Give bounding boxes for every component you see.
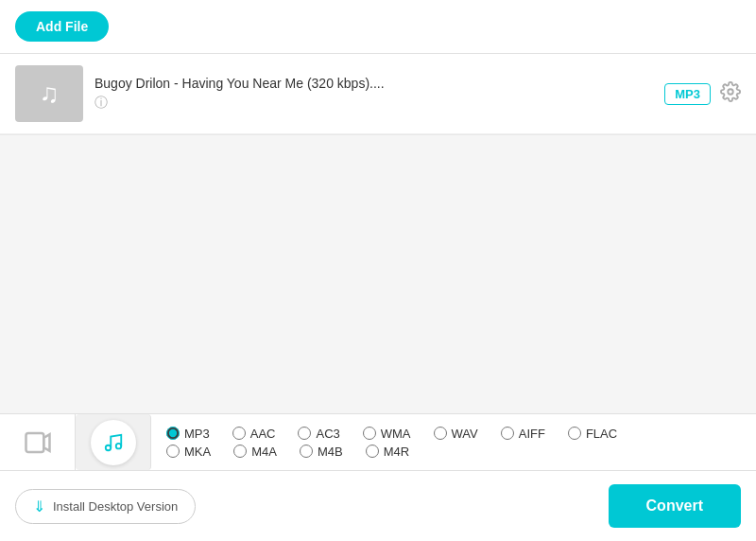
- format-option-m4r[interactable]: M4R: [366, 445, 409, 459]
- install-desktop-button[interactable]: ⇓ Install Desktop Version: [15, 489, 196, 524]
- radio-m4b[interactable]: [300, 445, 313, 458]
- svg-rect-1: [26, 433, 43, 452]
- format-label-aiff: AIFF: [519, 427, 545, 441]
- format-label-aac: AAC: [250, 427, 276, 441]
- radio-wma[interactable]: [363, 427, 376, 440]
- format-option-wav[interactable]: WAV: [434, 427, 478, 441]
- video-icon: [24, 428, 52, 457]
- radio-aiff[interactable]: [501, 427, 514, 440]
- format-label-wav: WAV: [452, 427, 478, 441]
- format-label-ac3: AC3: [316, 427, 339, 441]
- radio-wav[interactable]: [434, 427, 447, 440]
- format-option-aiff[interactable]: AIFF: [501, 427, 545, 441]
- file-name: Bugoy Drilon - Having You Near Me (320 k…: [94, 76, 653, 91]
- radio-ac3[interactable]: [298, 427, 311, 440]
- format-option-mp3[interactable]: MP3: [166, 427, 210, 441]
- settings-icon[interactable]: [720, 81, 741, 107]
- radio-mp3[interactable]: [166, 427, 180, 440]
- format-label-m4a: M4A: [251, 445, 277, 459]
- format-option-ac3[interactable]: AC3: [298, 427, 339, 441]
- svg-point-3: [115, 443, 121, 448]
- radio-mka[interactable]: [166, 445, 180, 458]
- format-options: MP3 AAC AC3 WMA WAV: [151, 414, 756, 470]
- format-label-wma: WMA: [381, 427, 411, 441]
- top-bar: Add File: [0, 0, 756, 54]
- file-info: Bugoy Drilon - Having You Near Me (320 k…: [83, 76, 664, 112]
- file-thumbnail: ♫: [15, 65, 83, 122]
- tab-audio-inner: [91, 420, 136, 465]
- format-option-m4a[interactable]: M4A: [233, 445, 277, 459]
- format-tabs: MP3 AAC AC3 WMA WAV: [0, 414, 756, 471]
- svg-point-0: [728, 89, 733, 95]
- format-label-mka: MKA: [184, 445, 211, 459]
- convert-button[interactable]: Convert: [609, 484, 741, 528]
- format-option-wma[interactable]: WMA: [363, 427, 411, 441]
- file-list: ♫ Bugoy Drilon - Having You Near Me (320…: [0, 54, 756, 135]
- format-badge[interactable]: MP3: [664, 83, 711, 105]
- tab-audio[interactable]: [76, 414, 151, 470]
- format-label-flac: FLAC: [586, 427, 617, 441]
- radio-m4a[interactable]: [233, 445, 247, 458]
- format-option-flac[interactable]: FLAC: [568, 427, 617, 441]
- file-item: ♫ Bugoy Drilon - Having You Near Me (320…: [0, 54, 756, 134]
- format-label-m4b: M4B: [318, 445, 343, 459]
- radio-aac[interactable]: [232, 427, 246, 440]
- file-actions: MP3: [664, 81, 741, 107]
- music-note-icon: ♫: [40, 79, 60, 109]
- format-option-mka[interactable]: MKA: [166, 445, 211, 459]
- audio-icon: [103, 432, 124, 453]
- radio-m4r[interactable]: [366, 445, 379, 458]
- content-area: [0, 135, 756, 413]
- info-icon[interactable]: ⓘ: [94, 95, 653, 112]
- install-label: Install Desktop Version: [53, 499, 178, 514]
- format-row-1: MP3 AAC AC3 WMA WAV: [166, 427, 741, 441]
- radio-flac[interactable]: [568, 427, 581, 440]
- svg-point-2: [105, 445, 111, 450]
- format-label-mp3: MP3: [184, 427, 210, 441]
- format-option-m4b[interactable]: M4B: [300, 445, 343, 459]
- format-label-m4r: M4R: [384, 445, 409, 459]
- action-row: ⇓ Install Desktop Version Convert: [0, 471, 756, 541]
- add-file-button[interactable]: Add File: [15, 11, 109, 42]
- format-option-aac[interactable]: AAC: [232, 427, 276, 441]
- download-icon: ⇓: [33, 497, 45, 515]
- bottom-panel: MP3 AAC AC3 WMA WAV: [0, 413, 756, 541]
- tab-video[interactable]: [0, 414, 76, 470]
- format-row-2: MKA M4A M4B M4R: [166, 445, 741, 459]
